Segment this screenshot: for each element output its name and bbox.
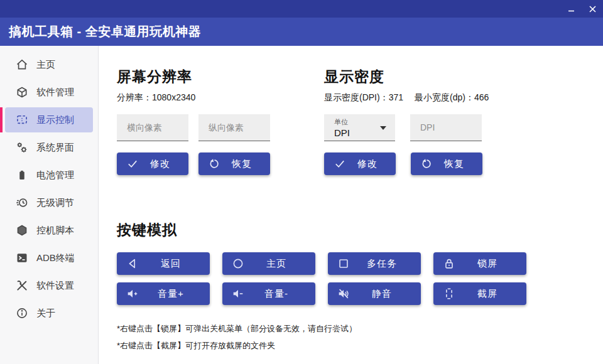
- recents-key-button[interactable]: 多任务: [328, 252, 421, 275]
- volume-up-key-button[interactable]: 音量+: [117, 282, 210, 305]
- sidebar-item-app-manage[interactable]: 软件管理: [0, 80, 98, 105]
- sidebar-item-label: ADB终端: [36, 252, 75, 264]
- sidebar-item-label: 无级调节: [36, 197, 74, 209]
- close-button[interactable]: [582, 0, 603, 18]
- density-min-width-value: 最小宽度(dp)：466: [415, 92, 489, 104]
- sidebar-item-display-control[interactable]: 显示控制: [0, 107, 98, 132]
- back-key-button[interactable]: 返回: [117, 252, 210, 275]
- sidebar-item-adb-terminal[interactable]: ADB终端: [0, 245, 98, 270]
- restore-icon: [420, 157, 433, 171]
- battery-icon: [16, 169, 28, 181]
- footnotes: *右键点击【锁屏】可弹出关机菜单（部分设备无效，请自行尝试） *右键点击【截屏】…: [117, 320, 603, 354]
- sidebar-item-label: 电池管理: [36, 169, 74, 181]
- screenshot-key-button[interactable]: 截屏: [433, 282, 526, 305]
- home-icon: [16, 58, 28, 71]
- back-icon: [126, 257, 139, 270]
- volume-down-key-button[interactable]: 音量-: [222, 282, 315, 305]
- volume-up-icon: [126, 287, 139, 301]
- lock-screen-note: *右键点击【锁屏】可弹出关机菜单（部分设备无效，请自行尝试）: [117, 320, 603, 337]
- screenshot-icon: [442, 287, 456, 301]
- unit-dropdown-label: 单位: [334, 117, 348, 127]
- sidebar-item-control-script[interactable]: 控机脚本: [0, 218, 98, 243]
- keysim-heading: 按键模拟: [117, 220, 603, 240]
- minimize-button[interactable]: [560, 0, 582, 18]
- height-pixels-input[interactable]: [198, 114, 270, 141]
- app-header: 搞机工具箱 - 全安卓通用玩机神器: [0, 18, 603, 46]
- resolution-modify-button[interactable]: 修改: [117, 153, 188, 175]
- resolution-restore-button[interactable]: 恢复: [198, 153, 270, 175]
- sidebar-item-label: 系统界面: [36, 142, 74, 154]
- density-modify-button[interactable]: 修改: [324, 153, 396, 175]
- sidebar-item-label: 显示控制: [36, 114, 74, 126]
- lock-icon: [442, 257, 456, 270]
- unit-dropdown[interactable]: 单位 DPI: [324, 114, 395, 141]
- sidebar-item-label: 主页: [36, 59, 55, 71]
- sidebar-item-system-ui[interactable]: 系统界面: [0, 135, 98, 160]
- sidebar-item-home[interactable]: 主页: [0, 52, 98, 77]
- stepless-adjust-icon: [16, 196, 28, 209]
- unit-dropdown-value: DPI: [334, 127, 350, 138]
- sidebar-item-label: 关于: [36, 308, 55, 319]
- package-icon: [16, 86, 28, 99]
- volume-down-icon: [231, 287, 245, 301]
- titlebar: [0, 0, 603, 18]
- hexagon-icon: [16, 224, 28, 237]
- app-title: 搞机工具箱 - 全安卓通用玩机神器: [9, 23, 201, 40]
- chevron-down-icon: [380, 126, 386, 130]
- display-icon: [16, 114, 28, 126]
- width-pixels-input[interactable]: [117, 114, 188, 141]
- gears-icon: [16, 141, 28, 154]
- sidebar-item-app-settings[interactable]: 软件设置: [0, 273, 98, 298]
- mute-key-button[interactable]: 静音: [328, 282, 421, 305]
- sidebar: 主页 软件管理 显示控制: [0, 46, 99, 364]
- dpi-input[interactable]: [410, 114, 482, 141]
- mute-icon: [337, 287, 350, 301]
- key-simulation-section: 按键模拟 返回 主页: [117, 220, 603, 354]
- resolution-section: 屏幕分辨率 分辨率：1080x2340 修改: [117, 67, 324, 175]
- sidebar-item-label: 软件管理: [36, 87, 74, 99]
- resolution-heading: 屏幕分辨率: [117, 67, 324, 87]
- density-restore-button[interactable]: 恢复: [411, 153, 482, 175]
- sidebar-item-about[interactable]: 关于: [0, 301, 98, 326]
- close-icon: [589, 6, 596, 13]
- density-heading: 显示密度: [324, 67, 538, 87]
- sidebar-item-battery[interactable]: 电池管理: [0, 163, 98, 188]
- main-content: 屏幕分辨率 分辨率：1080x2340 修改: [99, 46, 603, 364]
- sidebar-item-label: 控机脚本: [36, 225, 74, 237]
- screenshot-note: *右键点击【截屏】可打开存放截屏的文件夹: [117, 337, 603, 354]
- tools-icon: [16, 279, 28, 292]
- density-dpi-value: 显示密度(DPI)：371: [324, 92, 403, 104]
- sidebar-item-label: 软件设置: [36, 280, 74, 292]
- recents-icon: [337, 257, 350, 270]
- home-circle-icon: [231, 257, 245, 270]
- info-icon: [16, 307, 28, 319]
- sidebar-item-stepless-adjust[interactable]: 无级调节: [0, 190, 98, 215]
- check-icon: [126, 157, 139, 171]
- resolution-value: 分辨率：1080x2340: [117, 92, 195, 104]
- home-key-button[interactable]: 主页: [222, 252, 315, 275]
- terminal-icon: [16, 252, 28, 264]
- check-icon: [333, 157, 347, 171]
- density-section: 显示密度 显示密度(DPI)：371 最小宽度(dp)：466 单位 DPI: [324, 67, 538, 175]
- lock-screen-key-button[interactable]: 锁屏: [433, 252, 526, 275]
- restore-icon: [207, 157, 221, 171]
- minimize-icon: [568, 6, 575, 13]
